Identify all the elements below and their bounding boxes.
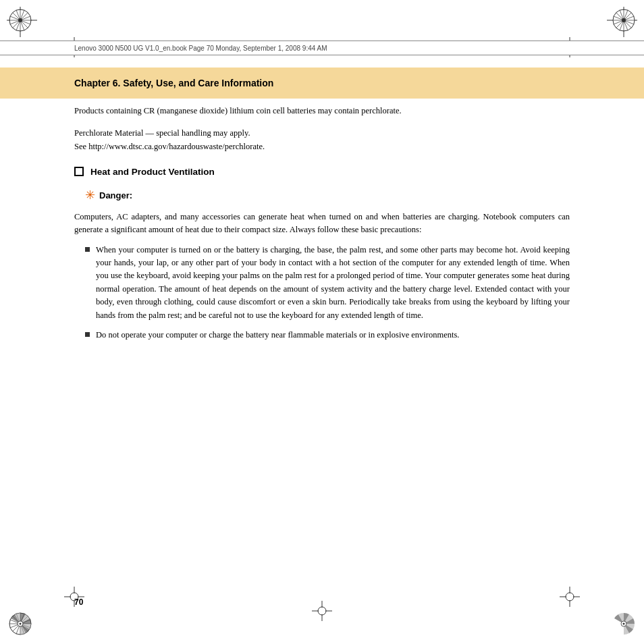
perchlorate-line1: Perchlorate Material — special handling … bbox=[74, 128, 250, 138]
inner-cross-br bbox=[560, 587, 580, 607]
page-number: 70 bbox=[74, 597, 83, 607]
danger-label: Danger: bbox=[99, 189, 132, 203]
chapter-band: Chapter 6. Safety, Use, and Care Informa… bbox=[0, 68, 644, 99]
paragraph-products: Products containing CR (manganese dioxid… bbox=[74, 105, 570, 117]
svg-point-62 bbox=[318, 607, 326, 615]
header-bar: Lenovo 3000 N500 UG V1.0_en.book Page 70… bbox=[0, 41, 644, 55]
section-heading-text: Heat and Product Ventilation bbox=[90, 165, 215, 180]
chapter-title: Chapter 6. Safety, Use, and Care Informa… bbox=[74, 78, 273, 88]
bullet-item-1: When your computer is turned on or the b… bbox=[85, 244, 570, 322]
bullet-icon-2 bbox=[85, 332, 90, 337]
svg-point-39 bbox=[20, 623, 22, 625]
main-content: Products containing CR (manganese dioxid… bbox=[74, 105, 570, 583]
paragraph-perchlorate: Perchlorate Material — special handling … bbox=[74, 127, 570, 153]
bullet-icon-1 bbox=[85, 247, 90, 252]
bullet-text-1: When your computer is turned on or the b… bbox=[96, 244, 570, 322]
bullet-list: When your computer is turned on or the b… bbox=[85, 244, 570, 342]
bottom-center-mark bbox=[312, 601, 332, 624]
bullet-item-2: Do not operate your computer or charge t… bbox=[85, 329, 570, 342]
section-heading-heat: Heat and Product Ventilation bbox=[74, 165, 570, 180]
danger-heading: ✳ Danger: bbox=[85, 186, 570, 205]
svg-point-57 bbox=[566, 593, 574, 601]
page: Lenovo 3000 N500 UG V1.0_en.book Page 70… bbox=[0, 0, 644, 644]
perchlorate-line2: See http://www.dtsc.ca.gov/hazardouswast… bbox=[74, 142, 265, 151]
bullet-text-2: Do not operate your computer or charge t… bbox=[96, 329, 570, 342]
body-paragraph-heat: Computers, AC adapters, and many accesso… bbox=[74, 211, 570, 237]
svg-point-41 bbox=[623, 623, 625, 625]
header-text: Lenovo 3000 N500 UG V1.0_en.book Page 70… bbox=[74, 45, 327, 52]
corner-decoration-bl bbox=[7, 583, 61, 637]
danger-star-icon: ✳ bbox=[85, 186, 95, 205]
section-bullet-icon bbox=[74, 167, 84, 176]
corner-decoration-br bbox=[583, 583, 637, 637]
